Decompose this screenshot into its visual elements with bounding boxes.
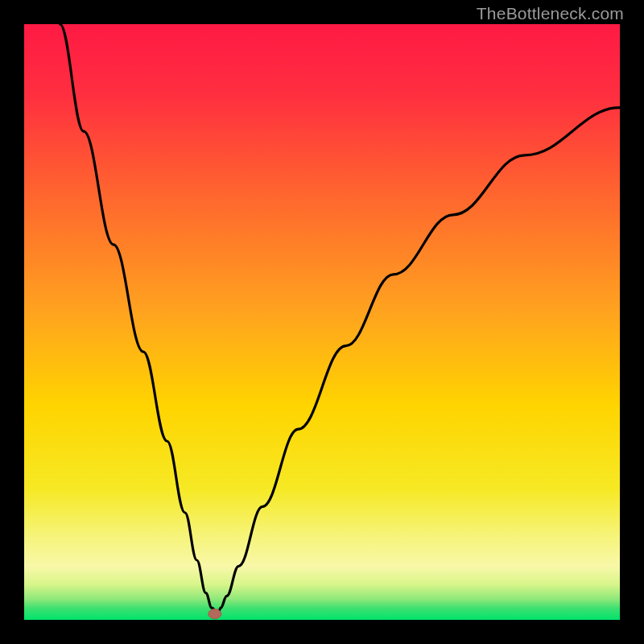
chart-svg bbox=[0, 0, 644, 644]
watermark-text: TheBottleneck.com bbox=[477, 4, 624, 23]
plot-background bbox=[24, 24, 620, 620]
chart-frame: TheBottleneck.com bbox=[0, 0, 644, 644]
optimum-marker bbox=[208, 609, 221, 619]
